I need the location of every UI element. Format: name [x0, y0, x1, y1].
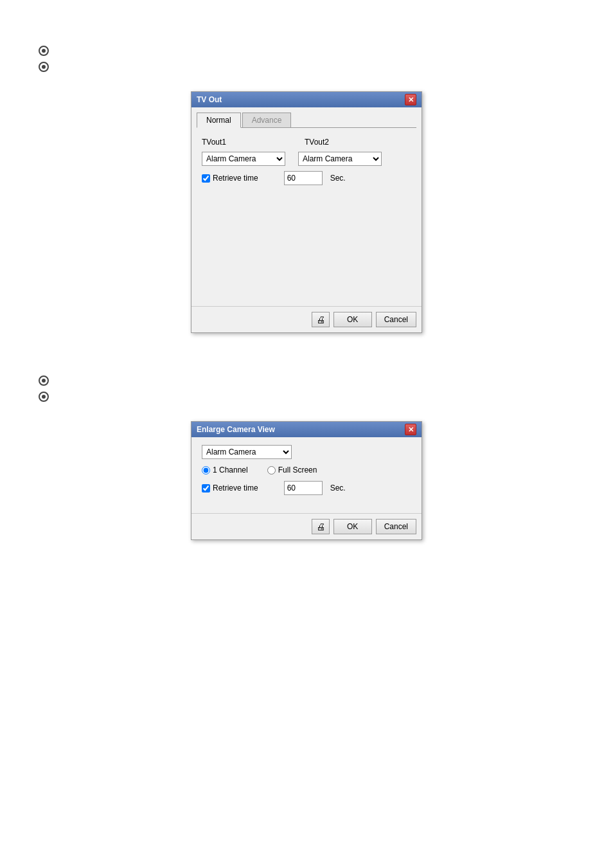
- radio-1channel-label: 1 Channel: [213, 466, 248, 475]
- enlarge-camera-select[interactable]: Alarm Camera: [202, 445, 292, 459]
- enlarge-dialog-container: Enlarge Camera View ✕ Alarm Camera: [39, 421, 574, 540]
- tvout-tab-bar: Normal Advance: [197, 113, 416, 128]
- enlarge-body: Alarm Camera 1 Channel Full Screen: [191, 437, 422, 511]
- radio-bullet-1: [39, 46, 49, 56]
- tvout-body: Normal Advance TVout1 TVout2: [191, 107, 422, 303]
- enlarge-radio-group: 1 Channel Full Screen: [202, 466, 411, 475]
- section1-bullets: [39, 26, 574, 72]
- bullet-item-2: [39, 61, 574, 72]
- enlarge-retrieve-checkbox[interactable]: [202, 484, 210, 493]
- tab-advance[interactable]: Advance: [242, 113, 292, 127]
- radio-fullscreen: Full Screen: [267, 466, 317, 475]
- tvout-footer: 🖨 OK Cancel: [191, 306, 422, 332]
- radio-bullet-4: [39, 392, 49, 402]
- section2-bullets: [39, 365, 574, 402]
- radio-bullet-2: [39, 62, 49, 72]
- enlarge-camera-row: Alarm Camera: [202, 445, 411, 459]
- tvout-dropdowns: Alarm Camera Alarm Camera: [202, 152, 411, 166]
- tvout-dialog-container: TV Out ✕ Normal Advance TVout1: [39, 91, 574, 333]
- enlarge-sec-label: Sec.: [330, 484, 346, 493]
- bullet-item-3: [39, 375, 574, 386]
- bullet-item-1: [39, 45, 574, 56]
- tvout-title: TV Out: [197, 95, 222, 104]
- tvout-retrieve-checkbox[interactable]: [202, 174, 210, 183]
- tvout-printer-button[interactable]: 🖨: [312, 312, 330, 327]
- tvout-content-area: [202, 190, 411, 293]
- enlarge-printer-button[interactable]: 🖨: [312, 519, 330, 534]
- tvout-time-input[interactable]: [284, 171, 323, 185]
- tvout-retrieve-label: Retrieve time: [213, 174, 258, 183]
- enlarge-dialog: Enlarge Camera View ✕ Alarm Camera: [191, 421, 422, 540]
- tvout-dialog: TV Out ✕ Normal Advance TVout1: [191, 91, 422, 333]
- tvout2-select[interactable]: Alarm Camera: [298, 152, 382, 166]
- enlarge-titlebar: Enlarge Camera View ✕: [191, 422, 422, 437]
- enlarge-retrieve-label: Retrieve time: [213, 484, 258, 493]
- tvout-headers: TVout1 TVout2: [202, 137, 411, 147]
- enlarge-time-input[interactable]: [284, 481, 323, 495]
- enlarge-retrieve-row: Retrieve time Sec.: [202, 481, 411, 495]
- tvout-sec-label: Sec.: [330, 174, 346, 183]
- enlarge-title: Enlarge Camera View: [197, 425, 275, 434]
- tvout-retrieve-row: Retrieve time Sec.: [202, 171, 411, 185]
- tvout-cancel-button[interactable]: Cancel: [376, 312, 416, 327]
- tvout-close-button[interactable]: ✕: [405, 94, 416, 105]
- tvout-ok-button[interactable]: OK: [333, 312, 372, 327]
- radio-fullscreen-label: Full Screen: [278, 466, 317, 475]
- radio-fullscreen-input[interactable]: [267, 466, 276, 475]
- tvout1-header: TVout1: [202, 138, 226, 147]
- enlarge-cancel-button[interactable]: Cancel: [376, 519, 416, 534]
- tvout1-select[interactable]: Alarm Camera: [202, 152, 285, 166]
- enlarge-close-button[interactable]: ✕: [405, 424, 416, 435]
- bullet-item-4: [39, 391, 574, 402]
- radio-1channel-input[interactable]: [202, 466, 210, 475]
- tvout2-header: TVout2: [305, 138, 329, 147]
- enlarge-ok-button[interactable]: OK: [333, 519, 372, 534]
- page-content: TV Out ✕ Normal Advance TVout1: [0, 0, 613, 598]
- radio-1channel: 1 Channel: [202, 466, 248, 475]
- radio-bullet-3: [39, 375, 49, 386]
- tvout-form: TVout1 TVout2 Alarm Camera: [197, 134, 416, 298]
- enlarge-form: Alarm Camera 1 Channel Full Screen: [197, 442, 416, 505]
- tab-normal[interactable]: Normal: [197, 113, 241, 128]
- enlarge-footer: 🖨 OK Cancel: [191, 513, 422, 539]
- tvout-titlebar: TV Out ✕: [191, 92, 422, 107]
